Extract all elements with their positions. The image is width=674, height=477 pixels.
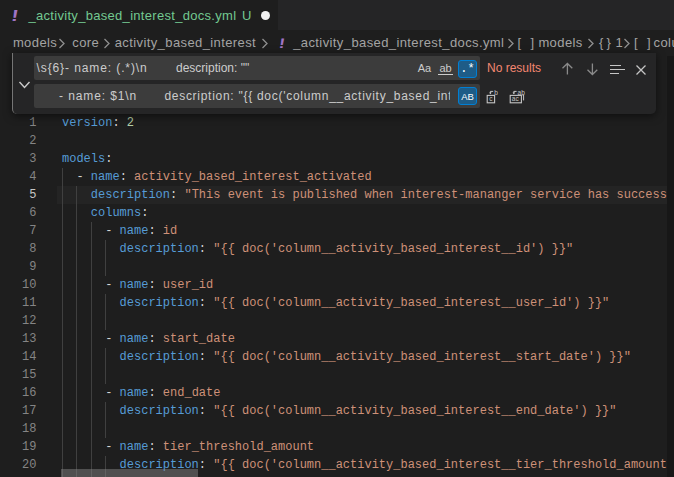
svg-text:ac: ac: [512, 95, 520, 102]
svg-text:c: c: [489, 95, 493, 102]
svg-text:b: b: [494, 89, 498, 96]
